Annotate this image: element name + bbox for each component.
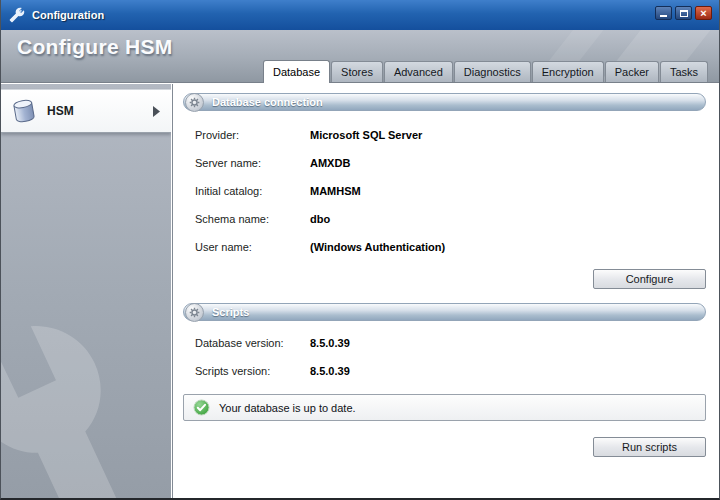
content-panel: Database connection Provider: Microsoft … <box>172 84 719 498</box>
field-value: Microsoft SQL Server <box>310 129 422 141</box>
field-value: dbo <box>310 213 330 225</box>
section-database-connection: Database connection <box>183 93 706 111</box>
field-scripts-version: Scripts version: 8.5.0.39 <box>195 357 706 385</box>
field-label: Schema name: <box>195 213 310 225</box>
section-title: Database connection <box>212 96 323 108</box>
window-controls: × <box>655 6 712 20</box>
tab-advanced[interactable]: Advanced <box>384 61 453 82</box>
field-database-version: Database version: 8.5.0.39 <box>195 329 706 357</box>
gear-icon <box>185 303 204 322</box>
field-label: User name: <box>195 241 310 253</box>
chevron-right-icon <box>152 105 161 118</box>
field-server-name: Server name: AMXDB <box>195 149 706 177</box>
close-button[interactable]: × <box>695 6 712 20</box>
field-value: 8.5.0.39 <box>310 365 350 377</box>
tab-strip: Database Stores Advanced Diagnostics Enc… <box>263 60 708 82</box>
tab-diagnostics[interactable]: Diagnostics <box>454 61 531 82</box>
configuration-window: Configuration × Configure HSM Database S… <box>0 0 720 500</box>
tab-tasks[interactable]: Tasks <box>660 61 708 82</box>
sidebar-item-hsm[interactable]: HSM <box>1 89 171 133</box>
wrench-watermark-icon <box>1 295 171 498</box>
minimize-icon <box>660 15 667 17</box>
gear-icon <box>185 93 204 112</box>
maximize-icon <box>680 10 688 17</box>
field-value: (Windows Authentication) <box>310 241 445 253</box>
field-user-name: User name: (Windows Authentication) <box>195 233 706 261</box>
tab-encryption[interactable]: Encryption <box>532 61 604 82</box>
field-label: Database version: <box>195 337 310 349</box>
field-label: Provider: <box>195 129 310 141</box>
field-initial-catalog: Initial catalog: MAMHSM <box>195 177 706 205</box>
sidebar-item-label: HSM <box>47 104 74 118</box>
field-value: 8.5.0.39 <box>310 337 350 349</box>
minimize-button[interactable] <box>655 6 672 20</box>
close-icon: × <box>700 8 706 19</box>
section-scripts: Scripts <box>183 303 706 321</box>
tools-icon <box>8 6 26 24</box>
database-icon <box>11 96 37 126</box>
field-value: MAMHSM <box>310 185 361 197</box>
field-value: AMXDB <box>310 157 350 169</box>
header-banner: Configure HSM Database Stores Advanced D… <box>1 30 719 83</box>
check-circle-icon <box>193 399 210 416</box>
titlebar: Configuration × <box>1 0 719 30</box>
field-label: Initial catalog: <box>195 185 310 197</box>
status-message: Your database is up to date. <box>183 394 706 421</box>
scripts-fields: Database version: 8.5.0.39 Scripts versi… <box>183 329 706 385</box>
field-provider: Provider: Microsoft SQL Server <box>195 121 706 149</box>
configure-button[interactable]: Configure <box>593 269 706 289</box>
database-fields: Provider: Microsoft SQL Server Server na… <box>183 121 706 261</box>
tab-database[interactable]: Database <box>263 60 330 83</box>
maximize-button[interactable] <box>675 6 692 20</box>
run-scripts-button[interactable]: Run scripts <box>593 437 706 457</box>
section-title: Scripts <box>212 306 249 318</box>
field-label: Scripts version: <box>195 365 310 377</box>
tab-stores[interactable]: Stores <box>331 61 383 82</box>
window-title: Configuration <box>32 9 104 21</box>
page-title: Configure HSM <box>17 35 173 59</box>
field-label: Server name: <box>195 157 310 169</box>
status-text: Your database is up to date. <box>219 402 356 414</box>
field-schema-name: Schema name: dbo <box>195 205 706 233</box>
tab-packer[interactable]: Packer <box>605 61 659 82</box>
sidebar: HSM <box>1 84 171 498</box>
